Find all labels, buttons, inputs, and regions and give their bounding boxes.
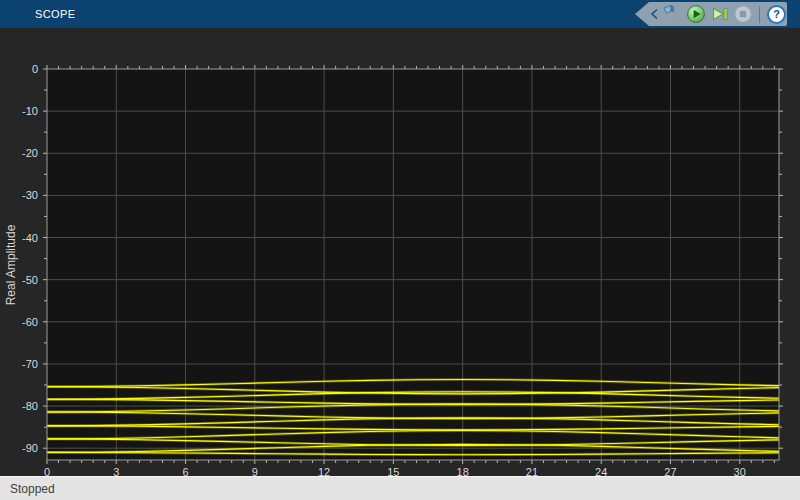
chevron-left-icon (650, 8, 659, 20)
y-tick-label: 0 (0, 62, 38, 76)
step-forward-icon (710, 4, 730, 24)
help-button[interactable]: ? (766, 4, 787, 25)
y-tick-label: -90 (0, 441, 38, 455)
y-tick-label: -70 (0, 357, 38, 371)
y-tick-label: -20 (0, 146, 38, 160)
collapse-toolstrip-icon[interactable] (650, 8, 659, 20)
plot-panel: Real Amplitude Time 0-10-20-30-40-50-60-… (0, 28, 800, 476)
step-settings-gear-icon (662, 4, 682, 24)
stop-button[interactable] (733, 4, 754, 25)
help-icon: ? (767, 5, 786, 24)
tab-scope[interactable]: SCOPE (35, 0, 76, 28)
y-tick-label: -10 (0, 104, 38, 118)
y-tick-label: -40 (0, 231, 38, 245)
y-axis-label: Real Amplitude (4, 210, 18, 320)
step-forward-button[interactable] (709, 4, 730, 25)
status-text: Stopped (10, 482, 55, 496)
status-bar: Stopped (0, 476, 800, 500)
y-tick-label: -30 (0, 188, 38, 202)
run-icon (686, 4, 706, 24)
y-tick-label: -60 (0, 315, 38, 329)
run-button[interactable] (686, 4, 707, 25)
stop-icon (733, 4, 753, 24)
toolstrip: SCOPE (0, 0, 800, 28)
toolbar-button-group: ? (635, 2, 787, 26)
toolbar-separator (759, 6, 760, 23)
scope-window: SCOPE (0, 0, 800, 500)
step-settings-button[interactable] (662, 4, 683, 25)
y-tick-label: -50 (0, 273, 38, 287)
y-tick-label: -80 (0, 399, 38, 413)
scope-plot (41, 63, 785, 466)
